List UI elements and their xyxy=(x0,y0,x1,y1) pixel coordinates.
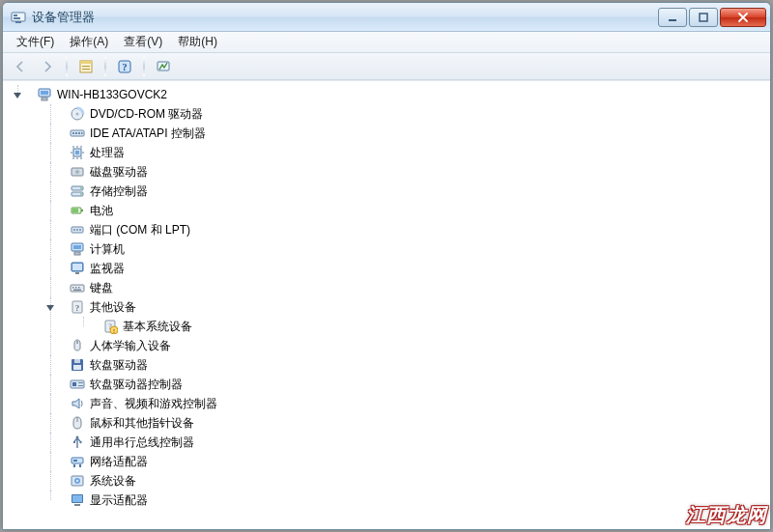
expand-icon xyxy=(45,109,55,119)
sound-icon xyxy=(70,396,85,411)
scan-button[interactable] xyxy=(152,56,175,77)
tree-item[interactable]: 其他设备 xyxy=(59,297,770,317)
menu-view[interactable]: 查看(V) xyxy=(116,32,170,52)
svg-rect-2 xyxy=(14,17,20,19)
floppy-icon xyxy=(70,357,85,373)
toolbar: ? xyxy=(3,53,770,80)
expand-icon xyxy=(45,437,55,447)
window-buttons xyxy=(658,8,766,27)
tree-item[interactable]: IDE ATA/ATAPI 控制器 xyxy=(59,124,770,143)
tree-item-label: 计算机 xyxy=(90,241,125,258)
expand-icon xyxy=(45,244,55,254)
tree-item[interactable]: 处理器 xyxy=(59,143,770,162)
network-icon xyxy=(70,454,85,469)
menu-action[interactable]: 操作(A) xyxy=(62,32,116,52)
toolbar-separator xyxy=(66,57,68,76)
properties-button[interactable] xyxy=(74,56,98,77)
menu-bar: 文件(F) 操作(A) 查看(V) 帮助(H) xyxy=(3,32,770,53)
tree-item[interactable]: 监视器 xyxy=(59,259,770,278)
tree-item-label: 人体学输入设备 xyxy=(90,338,171,354)
tree-item[interactable]: 软盘驱动器 xyxy=(59,355,770,375)
toolbar-separator xyxy=(104,57,106,76)
window-title: 设备管理器 xyxy=(32,9,658,26)
tree-item[interactable]: WIN-HB133GOVCK2 xyxy=(26,85,770,104)
keyboard-icon xyxy=(70,280,85,295)
tree-item-label: 端口 (COM 和 LPT) xyxy=(90,222,190,238)
tree-item[interactable]: 声音、视频和游戏控制器 xyxy=(59,394,770,413)
help-button[interactable]: ? xyxy=(113,56,136,77)
tree-item[interactable]: 键盘 xyxy=(59,278,770,297)
tree-item-label: WIN-HB133GOVCK2 xyxy=(57,88,167,101)
tree-item[interactable]: 网络适配器 xyxy=(59,452,770,471)
maximize-button[interactable] xyxy=(689,8,718,27)
svg-rect-4 xyxy=(669,19,676,21)
tree-item-label: 电池 xyxy=(90,203,113,219)
port-icon xyxy=(70,222,85,238)
tree-item[interactable]: 软盘驱动器控制器 xyxy=(59,375,770,394)
svg-rect-5 xyxy=(700,14,707,21)
tree-item[interactable]: 通用串行总线控制器 xyxy=(59,433,770,452)
expand-icon xyxy=(45,360,55,370)
tree-item[interactable]: 基本系统设备 xyxy=(92,317,770,336)
app-icon xyxy=(11,10,26,25)
unknown-warn-icon xyxy=(102,319,118,334)
tree-item-label: 软盘驱动器控制器 xyxy=(90,377,183,393)
arrow-right-icon xyxy=(40,59,55,74)
collapse-icon[interactable] xyxy=(45,302,55,312)
tree-item[interactable]: 人体学输入设备 xyxy=(59,336,770,355)
close-button[interactable] xyxy=(720,8,766,27)
scan-icon xyxy=(156,59,171,74)
usb-icon xyxy=(70,434,85,450)
cpu-icon xyxy=(70,145,85,160)
device-manager-window: 设备管理器 文件(F) 操作(A) 查看(V) 帮助(H) xyxy=(2,2,771,530)
display-icon xyxy=(70,492,85,508)
tree-item[interactable]: 端口 (COM 和 LPT) xyxy=(59,220,770,239)
minimize-button[interactable] xyxy=(658,8,687,27)
tree-item[interactable]: 显示适配器 xyxy=(59,490,770,510)
title-bar[interactable]: 设备管理器 xyxy=(3,3,770,32)
mouse-icon xyxy=(70,415,85,431)
tree-item-label: 软盘驱动器 xyxy=(90,357,148,374)
tree-item[interactable]: 电池 xyxy=(59,201,770,220)
device-tree: WIN-HB133GOVCK2DVD/CD-ROM 驱动器IDE ATA/ATA… xyxy=(3,85,770,510)
toolbar-separator xyxy=(143,57,145,76)
hid-icon xyxy=(70,338,85,353)
expand-icon xyxy=(45,186,55,196)
expand-icon xyxy=(45,148,55,157)
tree-item-label: 显示适配器 xyxy=(90,492,148,509)
tree-item[interactable]: 计算机 xyxy=(59,239,770,259)
tree-item-label: 基本系统设备 xyxy=(123,319,192,335)
svg-rect-0 xyxy=(12,13,25,21)
tree-item-label: 其他设备 xyxy=(90,299,136,316)
tree-item-label: 磁盘驱动器 xyxy=(90,164,148,181)
menu-file[interactable]: 文件(F) xyxy=(9,32,62,52)
svg-rect-3 xyxy=(15,21,21,23)
ide-icon xyxy=(70,126,85,141)
menu-help[interactable]: 帮助(H) xyxy=(170,32,225,52)
back-button[interactable] xyxy=(9,56,32,77)
svg-rect-7 xyxy=(80,61,92,64)
tree-item[interactable]: 存储控制器 xyxy=(59,182,770,201)
tree-item-label: 网络适配器 xyxy=(90,454,148,470)
expand-icon xyxy=(45,418,55,428)
expand-icon xyxy=(45,476,55,486)
system-icon xyxy=(70,473,85,489)
expand-icon xyxy=(45,495,55,505)
watermark: 江西龙网 xyxy=(686,502,767,528)
computer-icon xyxy=(37,87,52,102)
tree-item-label: 系统设备 xyxy=(90,473,136,490)
forward-button[interactable] xyxy=(36,56,59,77)
device-tree-pane[interactable]: WIN-HB133GOVCK2DVD/CD-ROM 驱动器IDE ATA/ATA… xyxy=(3,80,770,529)
svg-rect-1 xyxy=(14,14,17,16)
tree-item-label: 监视器 xyxy=(90,261,125,277)
storage-icon xyxy=(70,183,85,199)
tree-item-label: DVD/CD-ROM 驱动器 xyxy=(90,106,203,123)
expand-icon xyxy=(45,225,55,235)
expand-icon xyxy=(45,379,55,389)
expand-icon xyxy=(45,341,55,350)
tree-item[interactable]: 系统设备 xyxy=(59,471,770,490)
tree-item[interactable]: 磁盘驱动器 xyxy=(59,162,770,182)
tree-item[interactable]: DVD/CD-ROM 驱动器 xyxy=(59,104,770,124)
collapse-icon[interactable] xyxy=(13,90,22,99)
tree-item[interactable]: 鼠标和其他指针设备 xyxy=(59,413,770,433)
